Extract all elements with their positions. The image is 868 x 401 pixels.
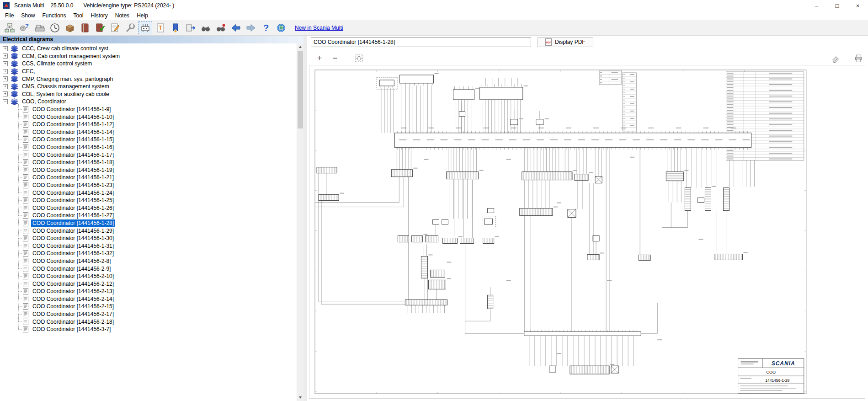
tree-item-document[interactable]: COO Coordinator [1441456-1-27] (0, 212, 297, 219)
tree-item-system[interactable]: −COO, Coordinator (0, 98, 297, 106)
tree-item-document[interactable]: COO Coordinator [1441456-1-18] (0, 159, 297, 166)
electrical-diagram-button[interactable] (138, 21, 152, 34)
menu-functions[interactable]: Functions (38, 11, 69, 20)
tree-item-document[interactable]: COO Coordinator [1441456-1-12] (0, 121, 297, 128)
tree-item-document[interactable]: COO Coordinator [1441456-2-17] (0, 310, 297, 318)
search-parts-button[interactable]: ? (18, 21, 32, 34)
menu-tool[interactable]: Tool (69, 11, 87, 20)
bookmark-button[interactable] (169, 21, 182, 34)
menu-history[interactable]: History (87, 11, 111, 20)
tree-item-label: COO Coordinator [1441456-2-9] (31, 265, 112, 273)
tree-item-document[interactable]: COO Coordinator [1441456-1-32] (0, 250, 297, 257)
tree-guide-stub (18, 329, 22, 330)
zoom-selection-button[interactable] (353, 53, 365, 64)
document-title-field[interactable] (311, 37, 531, 47)
tree-item-document[interactable]: COO Coordinator [1441456-1-17] (0, 151, 297, 159)
clear-markings-button[interactable] (830, 53, 841, 64)
tools-button[interactable] (123, 21, 137, 34)
scrollbar-thumb[interactable] (298, 51, 303, 128)
catalog-icon (80, 22, 91, 33)
tree-item-document[interactable]: COO Coordinator [1441456-1-23] (0, 182, 297, 189)
tree-item-document[interactable]: COO Coordinator [1441456-2-12] (0, 280, 297, 288)
tree-item-document[interactable]: COO Coordinator [1441456-2-13] (0, 288, 297, 295)
tree-item-document[interactable]: COO Coordinator [1441456-1-21] (0, 174, 297, 182)
diagram-drawing-number: 1441456-1-28 (765, 378, 789, 383)
tree-item-document[interactable]: COO Coordinator [1441456-3-7] (0, 326, 297, 333)
expand-toggle[interactable]: + (3, 91, 8, 96)
catalog-button[interactable] (78, 21, 92, 34)
display-pdf-button[interactable]: PDF Display PDF (538, 37, 593, 47)
tree-item-document-selected[interactable]: COO Coordinator [1441456-1-28] (0, 219, 297, 227)
expand-toggle[interactable]: + (3, 61, 8, 66)
package-button[interactable] (63, 21, 77, 34)
expand-toggle[interactable]: + (3, 69, 8, 74)
panel-divider[interactable] (304, 36, 307, 401)
tree-item-document[interactable]: COO Coordinator [1441456-2-18] (0, 318, 297, 326)
menu-notes[interactable]: Notes (112, 11, 133, 20)
tree-item-document[interactable]: COO Coordinator [1441456-1-31] (0, 242, 297, 250)
tree-item-system[interactable]: +CEC, (0, 68, 297, 75)
system-icon (11, 91, 18, 97)
menu-help[interactable]: Help (133, 11, 152, 20)
tree-item-document[interactable]: COO Coordinator [1441456-2-8] (0, 257, 297, 265)
binoculars-search-button[interactable] (214, 21, 228, 34)
tree-item-document[interactable]: COO Coordinator [1441456-1-24] (0, 189, 297, 197)
display-pdf-label: Display PDF (555, 39, 586, 45)
history-button[interactable] (48, 21, 62, 34)
new-in-scania-multi-link[interactable]: New in Scania Multi (295, 25, 343, 31)
document-icon (23, 311, 28, 317)
menu-file[interactable]: File (1, 11, 17, 20)
export-button[interactable] (184, 21, 197, 34)
tree-item-system[interactable]: +COL, System for auxiliary cab coole (0, 91, 297, 98)
print-button[interactable] (852, 53, 864, 64)
expand-toggle[interactable]: + (3, 76, 8, 81)
tree-item-system[interactable]: +CCM, Cab comfort management system (0, 53, 297, 60)
notes-button[interactable] (108, 21, 122, 34)
binoculars-button[interactable] (199, 21, 213, 34)
document-icon (23, 303, 28, 310)
product-tree-button[interactable] (3, 21, 16, 34)
maximize-button[interactable]: □ (827, 0, 847, 11)
menu-show[interactable]: Show (17, 11, 38, 20)
diagram-canvas[interactable]: SCANIA COO 1441456-1-28 (309, 65, 865, 399)
tree-item-system[interactable]: +CCS, Climate control system (0, 60, 297, 68)
tree-item-document[interactable]: COO Coordinator [1441456-2-14] (0, 295, 297, 303)
scroll-down-arrow[interactable] (297, 394, 304, 401)
tree-item-document[interactable]: COO Coordinator [1441456-1-9] (0, 106, 297, 113)
tree-item-document[interactable]: COO Coordinator [1441456-2-15] (0, 303, 297, 310)
tree-item-document[interactable]: COO Coordinator [1441456-1-29] (0, 227, 297, 235)
expand-toggle[interactable]: + (3, 84, 8, 89)
zoom-in-button[interactable]: + (314, 53, 325, 64)
expand-toggle[interactable]: + (3, 46, 8, 51)
collapse-toggle[interactable]: − (3, 99, 8, 104)
tree-item-system[interactable]: +CMP, Charging man. sys. pantograph (0, 75, 297, 83)
tree-item-document[interactable]: COO Coordinator [1441456-1-15] (0, 136, 297, 144)
tree-item-document[interactable]: COO Coordinator [1441456-1-10] (0, 113, 297, 121)
tree-item-document[interactable]: COO Coordinator [1441456-1-30] (0, 235, 297, 242)
tree-item-document[interactable]: COO Coordinator [1441456-2-9] (0, 265, 297, 273)
tree-item-document[interactable]: COO Coordinator [1441456-1-25] (0, 197, 297, 204)
system-icon (11, 83, 18, 90)
tree-item-document[interactable]: COO Coordinator [1441456-1-26] (0, 204, 297, 212)
forward-button[interactable] (244, 21, 258, 34)
catalog-check-button[interactable] (93, 21, 107, 34)
tree-item-system[interactable]: +CMS, Chassis management system (0, 83, 297, 91)
document-icon (23, 152, 28, 158)
text-document-button[interactable]: T (154, 21, 167, 34)
expand-toggle[interactable]: + (3, 53, 8, 59)
tree-item-document[interactable]: COO Coordinator [1441456-1-14] (0, 128, 297, 136)
workshop-button[interactable] (33, 21, 47, 34)
globe-button[interactable] (274, 21, 288, 34)
scroll-up-arrow[interactable] (297, 43, 304, 50)
tree-item-system[interactable]: +CCC, Crew cab climate control syst. (0, 45, 297, 53)
close-button[interactable]: × (847, 0, 868, 11)
zoom-out-button[interactable]: − (329, 53, 341, 64)
tree-item-document[interactable]: COO Coordinator [1441456-2-10] (0, 273, 297, 280)
help-button[interactable]: ? (259, 21, 273, 34)
minimize-button[interactable]: – (806, 0, 827, 11)
tree-item-document[interactable]: COO Coordinator [1441456-1-19] (0, 166, 297, 174)
tree-item-document[interactable]: COO Coordinator [1441456-1-16] (0, 144, 297, 151)
sidebar-scrollbar[interactable] (297, 43, 304, 401)
back-button[interactable] (229, 21, 243, 34)
tree-item-label: COO Coordinator [1441456-1-10] (31, 113, 115, 121)
